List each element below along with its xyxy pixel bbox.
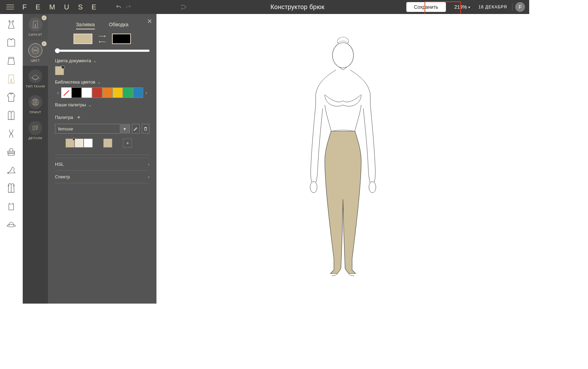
lib-next-icon[interactable]: ›: [143, 90, 149, 95]
section-your-palettes[interactable]: Ваши палитры ⌄: [55, 102, 149, 107]
rail-dress[interactable]: [4, 17, 19, 32]
check-icon: [42, 41, 47, 46]
lib-swatch[interactable]: [123, 87, 133, 98]
palette-swatches: ＋: [55, 139, 149, 148]
lib-swatch[interactable]: [133, 87, 143, 98]
cat-color[interactable]: ЦВЕТ: [23, 40, 48, 66]
svg-point-0: [181, 5, 182, 6]
svg-point-1: [181, 8, 182, 9]
palette-swatch[interactable]: [65, 139, 75, 148]
cat-print[interactable]: ПРИНТ: [23, 92, 48, 118]
branch-icon[interactable]: [179, 2, 189, 12]
cat-details[interactable]: ДЕТАЛИ: [23, 118, 48, 143]
section-doc-colors[interactable]: Цвета документа ⌄: [55, 58, 149, 63]
palette-name-input[interactable]: [55, 126, 120, 132]
app-logo: F E M U S E: [22, 3, 100, 11]
opacity-slider[interactable]: [55, 50, 149, 52]
row-spectrum[interactable]: Спектр ›: [55, 170, 149, 183]
slider-thumb[interactable]: [55, 48, 60, 53]
svg-point-13: [369, 182, 376, 193]
palette-label: Палитра: [55, 115, 73, 120]
chevron-down-icon: ⌄: [97, 80, 101, 85]
canvas[interactable]: [156, 14, 529, 304]
rail-sweater[interactable]: [4, 90, 19, 105]
doc-color-swatch[interactable]: [55, 66, 64, 75]
zoom-control[interactable]: 219% ▾: [451, 3, 474, 11]
mannequin-figure: [284, 35, 402, 280]
page-title: Конструктор брюк: [189, 3, 406, 11]
undo-icon[interactable]: [114, 2, 124, 12]
svg-point-2: [185, 6, 186, 7]
save-button[interactable]: Сохранить: [406, 2, 446, 12]
rail-pants[interactable]: [4, 71, 19, 87]
swap-row: ⟶⟵: [55, 34, 149, 44]
cat-silhouette-label: СИЛУЭТ: [28, 33, 42, 36]
svg-point-12: [310, 182, 317, 193]
palette-swatch[interactable]: [75, 139, 84, 148]
check-icon: [42, 15, 47, 20]
lib-swatch[interactable]: [82, 87, 92, 98]
spectrum-label: Спектр: [55, 174, 70, 179]
svg-point-7: [36, 126, 38, 128]
close-icon[interactable]: ✕: [147, 17, 152, 25]
fill-swatch[interactable]: [74, 34, 92, 44]
palette-swatch[interactable]: [84, 139, 93, 148]
cat-silhouette[interactable]: СИЛУЭТ: [23, 14, 48, 40]
cat-fabric[interactable]: ТИП ТКАНИ: [23, 66, 48, 92]
cat-fabric-label: ТИП ТКАНИ: [26, 85, 45, 88]
chevron-down-icon: ⌄: [93, 58, 97, 63]
divider: [512, 3, 512, 11]
rail-bag[interactable]: [4, 144, 19, 159]
section-color-library[interactable]: Библиотека цветов ⌄: [55, 79, 149, 85]
tab-stroke[interactable]: Обводка: [109, 22, 128, 29]
tab-fill[interactable]: Заливка: [76, 22, 95, 29]
svg-point-3: [7, 225, 15, 227]
lib-swatch[interactable]: [71, 87, 82, 98]
svg-point-11: [332, 43, 354, 68]
date-label: 18 ДЕКАБРЯ: [478, 5, 507, 9]
rail-swimsuit[interactable]: [4, 126, 19, 141]
stroke-swatch[interactable]: [112, 34, 131, 44]
doc-colors-label: Цвета документа: [55, 58, 91, 63]
cat-print-label: ПРИНТ: [29, 111, 41, 114]
lib-swatch[interactable]: [92, 87, 102, 98]
garment-rail: [0, 14, 23, 304]
cat-color-label: ЦВЕТ: [31, 59, 40, 62]
rail-shirt[interactable]: [4, 35, 19, 50]
chevron-down-icon[interactable]: ▾: [120, 124, 130, 134]
fill-stroke-tabs: Заливка Обводка: [55, 22, 149, 29]
category-column: СИЛУЭТ ЦВЕТ ТИП ТКАНИ ПРИНТ ДЕТАЛИ: [23, 14, 48, 304]
palette-swatch[interactable]: [103, 139, 112, 148]
swap-icon[interactable]: ⟶⟵: [99, 34, 106, 44]
palette-select[interactable]: ▾: [55, 124, 130, 134]
add-palette-icon[interactable]: ＋: [76, 114, 82, 121]
redo-icon[interactable]: [124, 2, 133, 12]
rail-top[interactable]: [4, 199, 19, 214]
palette-selector-row: ▾: [55, 124, 149, 134]
rail-skirt[interactable]: [4, 53, 19, 69]
zoom-value: 219%: [454, 4, 467, 10]
lib-swatch-none[interactable]: [61, 87, 71, 98]
library-row: ‹ ›: [55, 87, 149, 98]
rail-hat[interactable]: [4, 217, 19, 232]
lib-swatch[interactable]: [112, 87, 122, 98]
chevron-right-icon: ›: [148, 162, 149, 167]
your-palettes-label: Ваши палитры: [55, 102, 86, 107]
add-swatch-icon[interactable]: ＋: [123, 139, 132, 148]
edit-palette-icon[interactable]: [132, 124, 140, 134]
chevron-down-icon: ⌄: [88, 102, 92, 107]
svg-rect-6: [33, 126, 35, 130]
hamburger-icon[interactable]: [4, 2, 16, 12]
delete-palette-icon[interactable]: [142, 124, 149, 134]
hsl-label: HSL: [55, 162, 64, 167]
chevron-down-icon: ▾: [468, 5, 470, 9]
rail-heels[interactable]: [4, 162, 19, 178]
rail-coat[interactable]: [4, 180, 19, 196]
row-hsl[interactable]: HSL ›: [55, 158, 149, 170]
lib-swatch[interactable]: [102, 87, 112, 98]
color-library-label: Библиотека цветов: [55, 79, 95, 85]
topbar: F E M U S E Конструктор брюк Сохранить 2…: [0, 0, 529, 14]
avatar[interactable]: F: [515, 2, 525, 12]
lib-prev-icon[interactable]: ‹: [55, 90, 61, 95]
rail-jacket[interactable]: [4, 108, 19, 123]
